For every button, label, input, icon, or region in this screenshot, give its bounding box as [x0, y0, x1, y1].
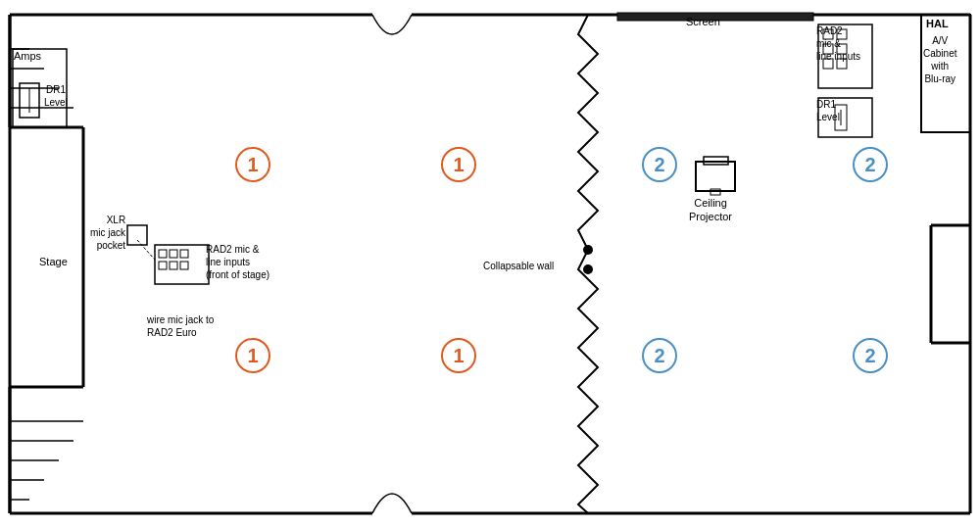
amps-label: Amps [14, 49, 41, 63]
xlr-mic-jack-label: XLRmic jackpocket [90, 214, 125, 252]
zone-2-circle-topright: 2 [853, 147, 888, 182]
wire-mic-label: wire mic jack toRAD2 Euro [147, 313, 214, 339]
av-cabinet-label: A/VCabinetwithBlu-ray [923, 34, 956, 85]
dr1-level-left-label: DR1Level [44, 83, 68, 109]
zone-1-circle-bottomcenter: 1 [441, 338, 476, 373]
stage-label: Stage [39, 255, 68, 268]
svg-rect-49 [180, 262, 188, 269]
zone-2-circle-topleft: 2 [642, 147, 677, 182]
floor-plan: 1 1 1 1 2 2 2 2 Amps DR1Level Screen RAD… [0, 0, 980, 528]
svg-rect-47 [159, 262, 167, 269]
rad2-mic-line-label: RAD2mic &line inputs [816, 24, 860, 63]
zone-1-circle-topcenter: 1 [441, 147, 476, 182]
hal-label: HAL [926, 17, 949, 30]
dr1-level-right-label: DR1Level [816, 98, 840, 123]
ceiling-projector-label: CeilingProjector [689, 196, 732, 224]
svg-rect-44 [159, 250, 167, 258]
svg-rect-48 [170, 262, 177, 269]
svg-point-26 [583, 264, 593, 274]
zone-1-circle-bottomleft: 1 [235, 338, 270, 373]
screen-label: Screen [686, 15, 720, 28]
svg-rect-42 [127, 225, 147, 245]
svg-rect-45 [170, 250, 177, 258]
zone-1-circle-topleft: 1 [235, 147, 270, 182]
svg-rect-46 [180, 250, 188, 258]
collapsable-wall-label: Collapsable wall [483, 260, 554, 272]
zone-2-circle-bottomleft: 2 [642, 338, 677, 373]
svg-point-25 [583, 245, 593, 255]
svg-rect-51 [696, 162, 735, 191]
svg-rect-43 [155, 245, 209, 284]
zone-2-circle-bottomright: 2 [853, 338, 888, 373]
rad2-front-stage-label: RAD2 mic &line inputs(front of stage) [206, 243, 270, 281]
svg-line-50 [137, 240, 155, 260]
